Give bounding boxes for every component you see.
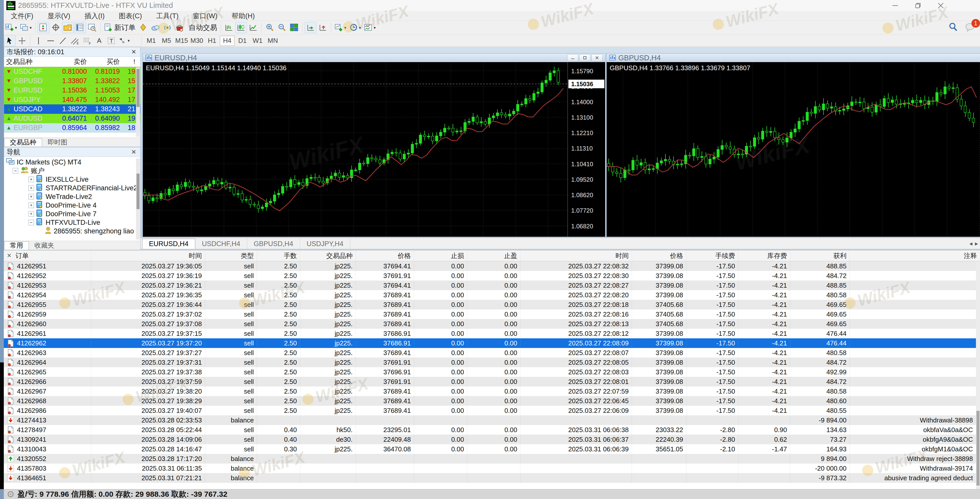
autotrading-button[interactable]: 自动交易 (186, 22, 218, 33)
market-watch-title-bar[interactable]: 市场报价: 09:16:01 ✕ (4, 47, 140, 57)
table-row[interactable]: 412629682025.03.27 19:38:29sell2.50jp225… (4, 396, 976, 406)
terminal-column-7[interactable]: 止盈 (467, 250, 520, 261)
terminal-close-icon[interactable]: ✕ (7, 252, 11, 259)
table-row[interactable]: 412629862025.03.27 19:40:07sell2.50jp225… (4, 406, 976, 415)
chart-minimize-button[interactable] (567, 54, 578, 61)
terminal-column-0[interactable]: ✕订单 (4, 250, 91, 261)
tree-server-HTFXVULTDLive[interactable]: −HTFXVULTD-Live (4, 218, 140, 227)
market-watch-row-EURUSD[interactable]: ▼EURUSD1.150361.1505317 (4, 86, 140, 95)
terminal-column-13[interactable]: 注释 (850, 250, 980, 261)
indicators-button[interactable]: ▾ (333, 22, 347, 33)
table-row[interactable]: 413578032025.03.31 06:11:35balance-20 00… (4, 464, 976, 473)
timeframe-W1[interactable]: W1 (250, 36, 265, 46)
table-row[interactable]: 412784972025.03.28 05:22:44sell0.40hk50.… (4, 425, 976, 435)
expander-icon[interactable]: + (29, 177, 34, 182)
table-row[interactable]: 413646512025.03.31 07:21:21balance-9 873… (4, 473, 976, 483)
candlestick-chart-button[interactable] (235, 22, 247, 33)
terminal-column-6[interactable]: 止损 (414, 250, 467, 261)
menu-item-T[interactable]: 工具(T) (149, 11, 185, 21)
restore-button[interactable] (907, 0, 929, 11)
table-row[interactable]: 412629532025.03.27 19:36:21sell2.50jp225… (4, 281, 976, 290)
chart-profiles-button[interactable]: ▾ (19, 22, 33, 33)
menu-item-I[interactable]: 插入(I) (77, 11, 111, 21)
table-row[interactable]: 412629622025.03.27 19:37:20sell2.50jp225… (4, 338, 976, 348)
timeframe-MN[interactable]: MN (266, 36, 280, 46)
chart-window-title-bar[interactable]: EURUSD,H4 (143, 53, 605, 62)
menu-item-H[interactable]: 帮助(H) (224, 11, 262, 21)
chart-shift-button[interactable] (317, 22, 329, 33)
timeframe-M15[interactable]: M15 (174, 36, 189, 46)
chart-plot-gbpusd[interactable]: GBPUSD,H4 1.33766 1.33896 1.33679 1.3380… (607, 62, 980, 237)
notifications-icon[interactable]: 1 (965, 22, 976, 33)
terminal-scrollbar[interactable] (976, 261, 980, 489)
terminal-column-2[interactable]: 类型 (205, 250, 257, 261)
table-row[interactable]: 412629542025.03.27 19:36:35sell2.50jp225… (4, 290, 976, 300)
navigator-toggle[interactable] (62, 22, 74, 33)
market-watch-row-AUDUSD[interactable]: ▲AUDUSD0.640710.6409019 (4, 114, 140, 123)
market-watch-row-USDJPY[interactable]: ▼USDJPY140.475140.49217 (4, 95, 140, 104)
market-watch-toggle[interactable] (38, 22, 49, 33)
terminal-column-12[interactable]: 获利 (790, 250, 850, 261)
vertical-line-tool[interactable] (33, 35, 45, 46)
table-row[interactable]: 412629672025.03.27 19:38:20sell2.50jp225… (4, 386, 976, 396)
expander-icon[interactable]: + (29, 202, 34, 208)
tree-account-user[interactable]: 2865955: shengzhong liao (4, 227, 140, 236)
timeframe-M5[interactable]: M5 (159, 36, 174, 46)
tab-scroll-left-icon[interactable]: ◂ (969, 240, 972, 247)
arrows-tool[interactable]: ▾ (118, 35, 131, 46)
chart-tab-EURUSDH4[interactable]: EURUSD,H4 (142, 239, 195, 249)
signals-button[interactable] (162, 22, 173, 33)
table-row[interactable]: 412629522025.03.27 19:36:19sell2.50jp225… (4, 271, 976, 281)
column-symbol[interactable]: 交易品种 (4, 57, 56, 66)
new-order-button[interactable]: 新订单 (103, 22, 137, 33)
minimize-button[interactable] (884, 0, 907, 11)
tree-server-DooPrimeLive7[interactable]: +DooPrime-Live 7 (4, 210, 140, 218)
terminal-toggle[interactable] (74, 22, 86, 33)
terminal-column-11[interactable]: 库存费 (738, 250, 790, 261)
tab-常用[interactable]: 常用 (4, 241, 29, 250)
table-row[interactable]: 412629652025.03.27 19:37:38sell2.50jp225… (4, 367, 976, 377)
data-window-button[interactable] (50, 22, 62, 33)
market-watch-scrollbar[interactable] (136, 67, 140, 137)
navigator-title-bar[interactable]: 导航 ✕ (4, 147, 140, 157)
bar-chart-button[interactable] (223, 22, 235, 33)
tree-server-IEXSLLCLive[interactable]: +IEXSLLC-Live (4, 175, 140, 184)
expander-icon[interactable]: − (29, 220, 34, 225)
table-row[interactable]: 412629632025.03.27 19:37:27sell2.50jp225… (4, 348, 976, 357)
column-bid[interactable]: 卖价 (56, 57, 89, 66)
line-chart-button[interactable] (247, 22, 259, 33)
close-button[interactable] (929, 0, 952, 11)
tab-即时图[interactable]: 即时图 (42, 138, 73, 147)
market-watch-row-GBPUSD[interactable]: ▼GBPUSD1.338071.3382215 (4, 76, 140, 86)
market-watch-row-USDCHF[interactable]: ▼USDCHF0.810000.8101919 (4, 67, 140, 76)
navigator-close-icon[interactable]: ✕ (130, 148, 138, 156)
expander-icon[interactable]: + (29, 211, 34, 217)
terminal-column-4[interactable]: 交易品种 (300, 250, 356, 261)
chart-restore-button[interactable] (579, 54, 590, 61)
table-row[interactable]: 413092412025.03.28 14:09:06sell0.40de30.… (4, 435, 976, 444)
metaeditor-button[interactable] (137, 22, 149, 33)
cursor-tool[interactable] (4, 35, 16, 46)
new-chart-button[interactable]: ▾ (4, 22, 18, 33)
table-row[interactable]: 412629612025.03.27 19:37:15sell2.50jp225… (4, 329, 976, 338)
tree-accounts[interactable]: −账户 (4, 166, 140, 175)
terminal-column-9[interactable]: 价格 (632, 250, 686, 261)
tree-server-DooPrimeLive4[interactable]: +DooPrime-Live 4 (4, 201, 140, 210)
table-row[interactable]: 412629662025.03.27 19:37:59sell2.50jp225… (4, 377, 976, 386)
table-row[interactable]: 413100432025.03.28 14:16:47sell0.30jp225… (4, 444, 976, 454)
timeframe-D1[interactable]: D1 (235, 36, 250, 46)
tile-windows-button[interactable] (288, 22, 300, 33)
tree-server-STARTRADERFinancialLive2[interactable]: +STARTRADERFinancial-Live2 (4, 184, 140, 192)
menu-item-F[interactable]: 文件(F) (4, 11, 40, 21)
timeframe-M1[interactable]: M1 (144, 36, 159, 46)
fibonacci-tool[interactable]: F (81, 35, 93, 46)
menu-item-V[interactable]: 显示(V) (40, 11, 77, 21)
chart-close-button[interactable] (592, 54, 603, 61)
crosshair-tool[interactable] (16, 35, 28, 46)
table-row[interactable]: 412629642025.03.27 19:37:31sell2.50jp225… (4, 357, 976, 367)
tree-server-WeTradeLive2[interactable]: +WeTrade-Live2 (4, 192, 140, 201)
timeframe-H4[interactable]: H4 (220, 36, 235, 46)
timeframe-H1[interactable]: H1 (205, 36, 220, 46)
periods-button[interactable]: ▾ (348, 22, 362, 33)
terminal-column-8[interactable]: 时间 (520, 250, 632, 261)
